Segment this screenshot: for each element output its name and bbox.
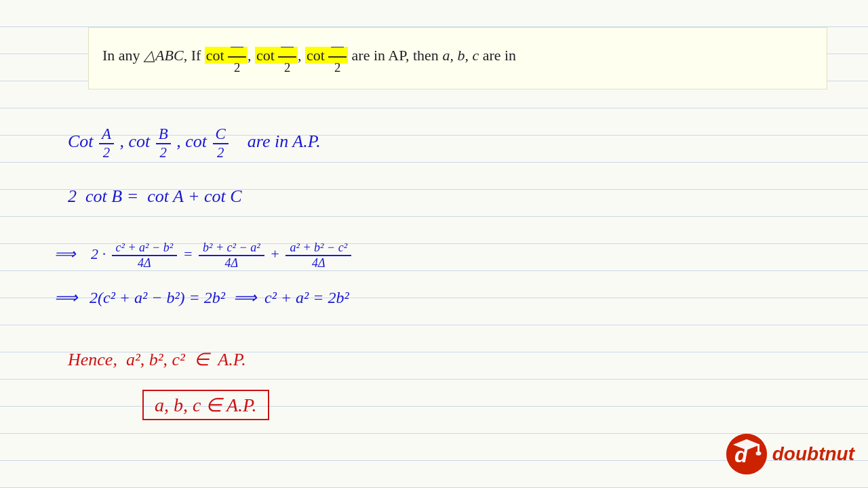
solution-line-6-boxed: a, b, c ∈ A.P. (142, 390, 814, 420)
solution-line-4: ⟹ 2(c² + a² − b²) = 2b² ⟹ c² + a² = 2b² (54, 288, 814, 307)
doubtnut-brand-text: doubtnut (772, 443, 854, 465)
doubtnut-icon: d (726, 434, 767, 474)
final-answer: a, b, c ∈ A.P. (142, 390, 269, 420)
svg-point-4 (755, 451, 761, 455)
solution-line-5: Hence, a², b², c² ∈ A.P. (68, 349, 814, 370)
solution-line-3: ⟹ 2 · c² + a² − b² 4Δ = b² + c² − a² 4Δ … (54, 241, 814, 270)
solution-line-2: 2 cot B = cot A + cot C (68, 186, 814, 207)
math-content: Cot A 2 , cot B 2 , cot C 2 are in A.P. … (54, 119, 814, 434)
solution-line-1: Cot A 2 , cot B 2 , cot C 2 are in A.P. (68, 125, 814, 161)
question-banner: In any △ABC, If cot —2, cot —2, cot —2 a… (88, 27, 827, 89)
notebook-background: In any △ABC, If cot —2, cot —2, cot —2 a… (0, 0, 868, 488)
question-text: In any △ABC, If cot —2, cot —2, cot —2 a… (102, 47, 516, 64)
doubtnut-logo: d doubtnut (726, 434, 854, 474)
doubtnut-svg-icon: d (726, 434, 767, 474)
